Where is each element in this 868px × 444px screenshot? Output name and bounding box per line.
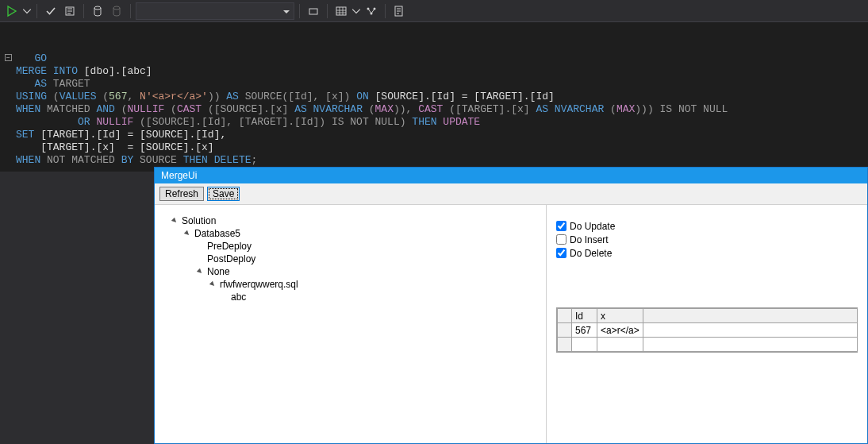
code-token: NULLIF bbox=[127, 103, 164, 115]
svg-rect-3 bbox=[309, 9, 317, 14]
code-token: SOURCE bbox=[133, 154, 182, 166]
estimated-plan-button[interactable] bbox=[61, 2, 79, 20]
code-token: [dbo].[abc] bbox=[78, 65, 152, 77]
do-update-checkbox[interactable] bbox=[556, 221, 567, 231]
do-delete-checkbox[interactable] bbox=[556, 248, 567, 258]
toolbar-separator bbox=[36, 4, 37, 18]
code-token: WHEN bbox=[16, 103, 40, 115]
toolbar-separator bbox=[83, 4, 84, 18]
grid-cell-empty[interactable] bbox=[643, 338, 857, 352]
tree-label: Database5 bbox=[194, 227, 240, 240]
svg-point-2 bbox=[113, 6, 120, 10]
code-token: OR bbox=[78, 116, 90, 128]
save-button[interactable]: Save bbox=[207, 187, 240, 201]
check-syntax-button[interactable] bbox=[42, 2, 60, 20]
expand-toggle-icon[interactable] bbox=[196, 268, 204, 276]
execution-plan-button[interactable] bbox=[363, 2, 380, 20]
new-query-button[interactable] bbox=[390, 2, 408, 20]
mergeui-titlebar[interactable]: MergeUi bbox=[155, 168, 867, 183]
code-token: IS NOT NULL bbox=[332, 116, 400, 128]
grid-col-header-id[interactable]: Id bbox=[572, 309, 597, 323]
tree-item-solution[interactable]: Solution bbox=[171, 214, 540, 227]
expand-toggle-icon[interactable] bbox=[209, 280, 217, 288]
code-token: [SOURCE].[Id] = [TARGET].[Id] bbox=[369, 91, 555, 102]
grid-cell-empty[interactable] bbox=[643, 323, 857, 338]
code-token: )) bbox=[208, 91, 226, 102]
tree-item-sqlfile[interactable]: rfwfwerqwwerq.sql bbox=[171, 278, 540, 291]
checkbox-label: Do Delete bbox=[570, 248, 612, 259]
tree-item-table[interactable]: abc bbox=[171, 291, 540, 303]
tree-item-none[interactable]: None bbox=[171, 265, 540, 278]
grid-new-row[interactable] bbox=[558, 338, 858, 352]
code-token: [TARGET].[Id] = [SOURCE].[Id], bbox=[34, 129, 226, 141]
code-token: ( bbox=[610, 103, 616, 115]
fold-toggle[interactable]: − bbox=[5, 54, 12, 61]
data-grid[interactable]: Id x 567 <a>r</a> bbox=[556, 307, 858, 353]
code-token: AS bbox=[294, 103, 307, 115]
code-token: ON bbox=[356, 91, 369, 102]
code-token bbox=[16, 52, 34, 64]
mergeui-right-pane: Do Update Do Insert Do Delete Id x bbox=[547, 205, 867, 443]
database-combo[interactable] bbox=[136, 2, 294, 20]
mergeui-title-text: MergeUi bbox=[161, 170, 197, 181]
grid-row-header[interactable] bbox=[558, 338, 572, 352]
grid-data-row[interactable]: 567 <a>r</a> bbox=[558, 323, 858, 338]
code-token: MAX bbox=[375, 103, 394, 115]
toolbar-separator bbox=[299, 4, 300, 18]
tree-item-postdeploy[interactable]: PostDeploy bbox=[171, 253, 540, 265]
results-grid-dropdown[interactable] bbox=[351, 2, 361, 20]
code-token: BY bbox=[121, 154, 134, 166]
grid-corner-cell bbox=[558, 309, 572, 323]
code-token: AND bbox=[96, 103, 114, 115]
code-token: TARGET bbox=[47, 78, 90, 90]
code-token bbox=[16, 141, 40, 153]
code-token: ([SOURCE].[x] bbox=[202, 103, 294, 115]
code-token: , bbox=[127, 91, 140, 102]
code-token: ( bbox=[47, 91, 60, 102]
tree-item-database[interactable]: Database5 bbox=[171, 227, 540, 240]
code-token: MATCHED bbox=[40, 103, 96, 115]
do-insert-checkbox-row[interactable]: Do Insert bbox=[556, 233, 858, 246]
code-token: IS NOT NULL bbox=[660, 103, 728, 115]
results-grid-button[interactable] bbox=[332, 2, 350, 20]
grid-row-header[interactable] bbox=[558, 323, 572, 338]
tree-item-predeploy[interactable]: PreDeploy bbox=[171, 240, 540, 253]
expand-toggle-icon[interactable] bbox=[183, 230, 191, 237]
do-insert-checkbox[interactable] bbox=[556, 234, 567, 245]
code-token: CAST bbox=[177, 103, 202, 115]
mergeui-body: Solution Database5 PreDeploy PostDeploy … bbox=[155, 205, 867, 443]
available-dbs-button[interactable] bbox=[89, 2, 106, 20]
code-token: ; bbox=[252, 154, 258, 166]
code-token: THEN bbox=[183, 154, 208, 166]
svg-rect-4 bbox=[336, 7, 346, 15]
intellisense-button[interactable] bbox=[305, 2, 322, 20]
code-token: NULLIF bbox=[96, 116, 133, 128]
checkbox-label: Do Insert bbox=[570, 234, 609, 245]
code-token: N bbox=[140, 91, 146, 102]
tree-label: abc bbox=[231, 291, 246, 303]
code-token: SET bbox=[16, 129, 34, 141]
execute-button[interactable] bbox=[3, 2, 21, 20]
grid-cell-x[interactable]: <a>r</a> bbox=[597, 323, 643, 338]
code-token: MAX bbox=[616, 103, 635, 115]
code-token: CAST bbox=[418, 103, 443, 115]
code-token: ))) bbox=[635, 103, 659, 115]
grid-cell-id[interactable]: 567 bbox=[572, 323, 597, 338]
execute-dropdown[interactable] bbox=[22, 2, 32, 20]
code-token: AS bbox=[226, 91, 239, 102]
code-token: ([SOURCE].[Id], [TARGET].[Id]) bbox=[133, 116, 332, 128]
do-delete-checkbox-row[interactable]: Do Delete bbox=[556, 246, 858, 260]
grid-cell-empty[interactable] bbox=[597, 338, 643, 352]
main-toolbar bbox=[0, 0, 868, 22]
code-token: SOURCE([Id], [x]) bbox=[239, 91, 356, 102]
code-token: UPDATE bbox=[437, 116, 481, 128]
grid-col-header-x[interactable]: x bbox=[597, 309, 643, 323]
solution-tree[interactable]: Solution Database5 PreDeploy PostDeploy … bbox=[155, 205, 547, 443]
checkbox-label: Do Update bbox=[570, 221, 615, 232]
expand-toggle-icon[interactable] bbox=[171, 217, 179, 225]
code-token: 567 bbox=[109, 91, 127, 102]
refresh-button[interactable]: Refresh bbox=[159, 187, 204, 201]
do-update-checkbox-row[interactable]: Do Update bbox=[556, 219, 858, 233]
grid-cell-empty[interactable] bbox=[572, 338, 597, 352]
sql-editor[interactable]: − GO MERGE INTO [dbo].[abc] AS TARGET US… bbox=[0, 22, 868, 172]
